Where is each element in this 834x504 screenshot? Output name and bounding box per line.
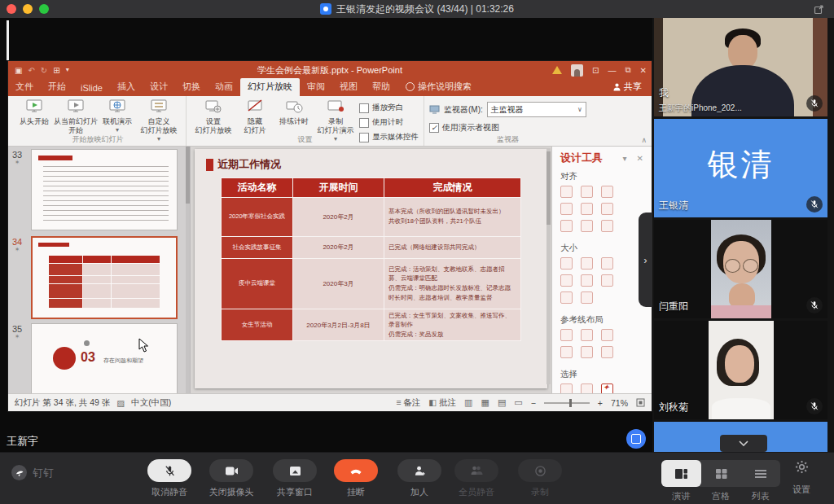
align-tool-icon[interactable] [601,203,613,215]
unmute-button[interactable]: 取消静音 [141,459,198,498]
use-timings-checkbox[interactable]: 使用计时 [359,117,419,128]
align-tool-icon[interactable] [601,186,613,198]
align-tool-icon[interactable] [581,220,593,232]
align-tool-icon[interactable] [581,186,593,198]
collapse-ribbon-icon[interactable]: ∧ [641,136,647,144]
camera-off-button[interactable]: 关闭摄像头 [203,459,260,498]
video-tile-liuqiuju[interactable]: 刘秋菊 [654,321,827,419]
share-window-button[interactable]: 共享窗口 [266,459,323,498]
tell-me-search[interactable]: 操作说明搜索 [406,81,472,96]
tab-file[interactable]: 文件 [8,78,41,96]
tab-islide[interactable]: iSlide [73,81,110,96]
size-tool-icon[interactable] [560,291,573,304]
restore-icon[interactable]: ⧉ [625,65,630,75]
tab-design[interactable]: 设计 [143,78,175,96]
tab-view[interactable]: 视图 [332,78,365,96]
zoom-in-icon[interactable]: + [598,398,603,408]
rehearse-timings-button[interactable]: 排练计时 [274,99,314,126]
settings-button[interactable]: 设置 [780,460,823,496]
minimize-icon[interactable]: — [608,66,616,75]
size-tool-icon[interactable] [560,257,573,270]
spellcheck-icon[interactable]: ▨ [116,398,125,408]
powerpoint-window[interactable]: ▣ ↶ ↻ ⊞ ▾ 学生会例会最新版.pptx - PowerPoint ⊡ —… [8,61,652,411]
speaker-view-button[interactable] [661,460,701,487]
select-tool-icon[interactable] [560,383,573,393]
present-online-button[interactable]: 联机演示 [98,99,137,134]
hide-slide-button[interactable]: 隐藏幻灯片 [235,99,274,135]
zoom-out-icon[interactable]: − [531,398,536,408]
slide-thumb-33[interactable] [31,149,178,230]
normal-view-icon[interactable]: ▥ [464,397,472,408]
tab-review[interactable]: 审阅 [300,78,332,96]
size-tool-icon[interactable] [560,274,573,287]
from-current-slide-button[interactable]: 从当前幻灯片开始 [54,99,98,135]
list-view-button[interactable] [740,460,780,487]
notes-button[interactable]: ≡ 备注 [396,397,420,409]
reading-view-icon[interactable]: ▤ [498,397,506,408]
section-select: 选择 [560,369,643,380]
video-tile-wangyinqing[interactable]: 银清 王银清 [654,119,827,217]
tab-animations[interactable]: 动画 [208,78,240,96]
mute-all-button[interactable]: 全员静音 [448,459,505,498]
tab-transitions[interactable]: 切换 [175,78,208,96]
panel-dropdown-icon[interactable]: ▾ [623,154,627,163]
account-avatar-icon[interactable] [571,64,583,77]
slide-canvas[interactable]: 近期工作情况 活动名称 开展时间 完成情况 2020年寒假社会实践 2020年2… [191,147,551,393]
size-tool-icon[interactable] [581,257,593,270]
monitor-select[interactable]: 主监视器∨ [487,102,586,117]
annotation-panel-toggle[interactable]: › [639,213,652,307]
ppt-share-button[interactable]: 共享 [613,81,642,96]
tab-insert[interactable]: 插入 [110,78,143,96]
slide-thumb-35[interactable]: 03 存在问题和期望 [31,323,178,393]
play-narrations-checkbox[interactable]: 播放旁白 [359,103,419,113]
size-tool-icon[interactable] [601,274,613,287]
tab-home[interactable]: 开始 [41,78,73,96]
grid-view-button[interactable] [701,460,741,487]
align-tool-icon[interactable] [581,203,593,215]
guide-tool-icon[interactable] [581,329,593,341]
use-presenter-view-checkbox[interactable]: ✓使用演示者视图 [429,122,586,134]
video-tile-yanchongyang[interactable]: 闫重阳 [654,220,827,318]
panel-close-icon[interactable]: ✕ [637,154,643,163]
scroll-down-button[interactable] [720,435,767,452]
size-tool-icon[interactable] [601,257,613,270]
record-button[interactable]: 录制 [511,459,568,498]
align-tool-icon[interactable] [560,203,573,215]
align-tool-icon[interactable] [560,186,573,198]
comments-button[interactable]: ◧ 批注 [428,397,456,409]
slide-thumb-34-selected[interactable] [31,236,178,319]
hangup-button[interactable]: 挂断 [327,459,384,498]
video-tile-self[interactable]: 我 王新宇的iPhone_202... [654,18,827,116]
warning-icon[interactable] [552,66,562,74]
select-tool-icon[interactable] [601,383,613,393]
size-tool-icon[interactable] [581,291,593,304]
fit-slide-icon[interactable] [636,398,645,407]
zoom-percent[interactable]: 71% [611,398,628,408]
close-icon[interactable]: ✕ [640,66,647,75]
align-tool-icon[interactable] [601,220,613,232]
guide-tool-icon[interactable] [581,346,593,358]
setup-slideshow-button[interactable]: 设置幻灯片放映 [191,99,235,135]
detach-window-icon[interactable] [814,3,824,18]
thumbnail-scrollbar[interactable] [186,147,190,393]
guide-tool-icon[interactable] [601,329,613,341]
from-beginning-button[interactable]: 从头开始 [15,99,54,126]
tab-help[interactable]: 帮助 [365,78,397,96]
participant-face [728,35,757,69]
guide-tool-icon[interactable] [560,346,573,358]
zoom-slider[interactable] [544,402,590,404]
slide-sorter-icon[interactable]: ▦ [481,397,489,408]
size-tool-icon[interactable] [581,274,593,287]
add-person-button[interactable]: 加人 [391,459,448,498]
language-indicator[interactable]: 中文(中国) [131,397,171,409]
guide-tool-icon[interactable] [601,346,613,358]
slide-thumbnail-panel[interactable]: 33✶ 34✶ [8,147,191,393]
align-tool-icon[interactable] [560,220,573,232]
slideshow-view-icon[interactable]: ▭ [514,397,522,408]
canvas-scrollbar[interactable] [546,148,551,384]
floating-message-button[interactable] [626,429,646,449]
tab-slideshow[interactable]: 幻灯片放映 [240,78,300,96]
ribbon-options-icon[interactable]: ⊡ [592,66,599,75]
select-tool-icon[interactable] [581,383,593,393]
guide-tool-icon[interactable] [560,329,573,341]
